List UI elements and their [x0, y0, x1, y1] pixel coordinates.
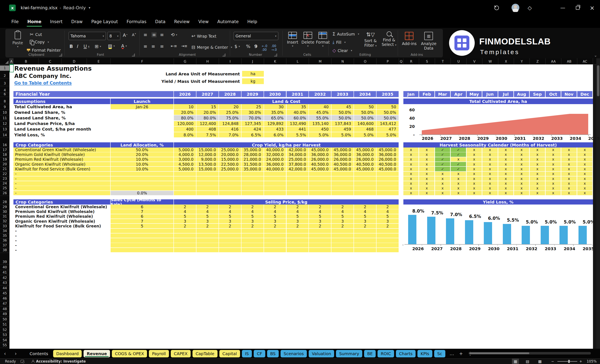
number-format-select[interactable]: General▾ [234, 32, 278, 40]
zoom-slider[interactable] [557, 359, 577, 364]
merge-center-button[interactable]: ⊟Merge & Center [191, 45, 232, 50]
crop-yield-cell[interactable]: 42,000.0 [287, 147, 309, 152]
increase-decimal-icon[interactable]: ←.0.00 [262, 44, 267, 52]
calendar-cell-Jun[interactable]: x [482, 186, 497, 191]
assumption-cell[interactable]: 5.0% [309, 132, 331, 137]
selling-price-cell[interactable]: 5 [331, 214, 354, 219]
sheet-tab-capex[interactable]: CAPEX [171, 350, 191, 357]
calendar-cell-Nov[interactable]: x [561, 186, 576, 191]
crop-yield-cell[interactable]: 40,500.0 [376, 162, 399, 166]
sheet-tab-scenarios[interactable]: Scenarios [281, 350, 307, 357]
calendar-cell-Apr[interactable]: x [451, 186, 466, 191]
calendar-cell-Dec[interactable]: x [577, 162, 592, 166]
calendar-cell-May[interactable]: x [467, 172, 482, 176]
crop-yield-cell[interactable]: 45,000.0 [354, 167, 376, 171]
selling-price-cell[interactable] [309, 233, 331, 238]
calendar-cell-Mar[interactable]: ✓ [435, 147, 450, 152]
assumption-cell[interactable]: 127,345 [242, 121, 264, 126]
crop-yield-cell[interactable] [287, 191, 309, 195]
calendar-cell-Feb[interactable]: x [419, 172, 434, 176]
calendar-cell-Jan[interactable]: x [403, 181, 419, 186]
calendar-cell-Mar[interactable]: ✓ [435, 167, 450, 171]
row-header-13[interactable]: 13 [0, 127, 9, 132]
calendar-cell-Apr[interactable]: ✓ [451, 162, 466, 166]
crop-yield-cell[interactable]: 35,000.0 [242, 167, 264, 171]
selling-price-cell[interactable] [264, 238, 286, 243]
assumption-cell[interactable]: 424 [242, 127, 264, 132]
italic-button[interactable]: I [76, 44, 78, 49]
selling-price-cell[interactable] [197, 248, 218, 253]
assumption-cell[interactable]: 124,848 [219, 121, 241, 126]
calendar-cell-Oct[interactable]: x [546, 181, 561, 186]
zoom-out-button[interactable]: − [551, 359, 554, 364]
selling-price-cell[interactable] [309, 238, 331, 243]
calendar-cell-Aug[interactable]: x [514, 147, 529, 152]
autosum-button[interactable]: ΣAutoSum [332, 31, 359, 36]
crop-name[interactable]: Premium Red Kiwifruit (Wholesale) [13, 157, 110, 162]
month-header-Sep[interactable]: Sep [530, 91, 545, 97]
column-header-W[interactable]: W [482, 58, 498, 64]
land-allocation-cell[interactable]: 10.0% [111, 167, 173, 171]
calendar-cell-Oct[interactable]: x [546, 157, 561, 162]
land-allocation-cell[interactable]: 50.0% [111, 147, 173, 152]
format-cells-button[interactable]: Format▾ [316, 32, 330, 47]
row-header-47[interactable]: 47 [0, 301, 9, 306]
selling-price-cell[interactable]: 2 [264, 205, 286, 209]
row-header-52[interactable]: 52 [0, 327, 9, 333]
assumption-cell[interactable]: 450 [309, 127, 331, 132]
month-header-Aug[interactable]: Aug [514, 91, 529, 97]
calendar-cell-Aug[interactable]: x [514, 162, 529, 166]
land-allocation-cell[interactable] [111, 172, 173, 176]
insert-cells-button[interactable]: Insert▾ [287, 32, 298, 47]
selling-price-cell[interactable]: 2 [376, 205, 399, 209]
selling-price-cell[interactable]: 4 [309, 209, 331, 214]
crop-yield-cell[interactable] [287, 176, 309, 181]
calendar-cell-Sep[interactable]: x [530, 181, 545, 186]
crop-yield-cell[interactable] [197, 172, 218, 176]
crop-yield-cell[interactable]: 12,000.0 [197, 152, 218, 157]
selling-price-cell[interactable] [309, 229, 331, 233]
calendar-cell-May[interactable]: x [467, 167, 482, 171]
calendar-cell-Jul[interactable]: x [498, 186, 513, 191]
menu-tab-view[interactable]: View [194, 16, 213, 28]
selling-price-cell[interactable] [287, 233, 309, 238]
menu-tab-help[interactable]: Help [243, 16, 262, 28]
crop-yield-cell[interactable] [242, 181, 264, 186]
calendar-cell-Feb[interactable]: x [419, 147, 434, 152]
assumption-cell[interactable]: 25 [242, 104, 264, 109]
calendar-cell-Sep[interactable]: x [530, 157, 545, 162]
selling-price-cell[interactable] [174, 229, 196, 233]
assumption-cell[interactable]: 477 [376, 127, 399, 132]
crop-yield-cell[interactable] [197, 181, 218, 186]
year-header-2034[interactable]: 2034 [354, 91, 376, 97]
calendar-cell-Oct[interactable]: x [546, 172, 561, 176]
sheet-tab-kpis[interactable]: KPIs [417, 350, 432, 357]
column-header-X[interactable]: X [498, 58, 514, 64]
row-header-25[interactable]: 25 [0, 185, 9, 191]
column-header-P[interactable]: P [376, 58, 399, 64]
crop-yield-cell[interactable] [309, 181, 331, 186]
assumption-cell[interactable]: 5.5% [287, 132, 309, 137]
sales-cycle-cell[interactable] [111, 248, 173, 253]
assumption-cell[interactable]: 129,892 [264, 121, 286, 126]
cut-button[interactable]: ✂Cut [30, 32, 42, 37]
decrease-font-icon[interactable]: A˅ [132, 33, 136, 37]
select-all-corner[interactable] [0, 58, 9, 64]
assumption-cell[interactable]: 35.0% [264, 110, 286, 115]
calendar-cell-Mar[interactable]: x [435, 191, 450, 195]
selling-price-cell[interactable]: 2 [331, 224, 354, 228]
crop-yield-cell[interactable]: 15,000.0 [219, 157, 241, 162]
calendar-cell-Nov[interactable]: x [561, 162, 576, 166]
selling-price-cell[interactable] [197, 233, 218, 238]
column-header-R[interactable]: R [403, 58, 419, 64]
crop-yield-cell[interactable] [309, 176, 331, 181]
selling-price-cell[interactable] [197, 243, 218, 247]
row-header-9[interactable]: 9 [0, 104, 9, 110]
selling-price-cell[interactable] [197, 229, 218, 233]
crop-yield-cell[interactable] [174, 172, 196, 176]
crop-name[interactable]: - [13, 191, 110, 195]
crop-yield-cell[interactable]: 15,000.0 [197, 167, 218, 171]
selling-price-cell[interactable] [174, 233, 196, 238]
crop-yield-cell[interactable] [264, 172, 286, 176]
assumption-cell[interactable]: 55.0% [309, 115, 331, 120]
